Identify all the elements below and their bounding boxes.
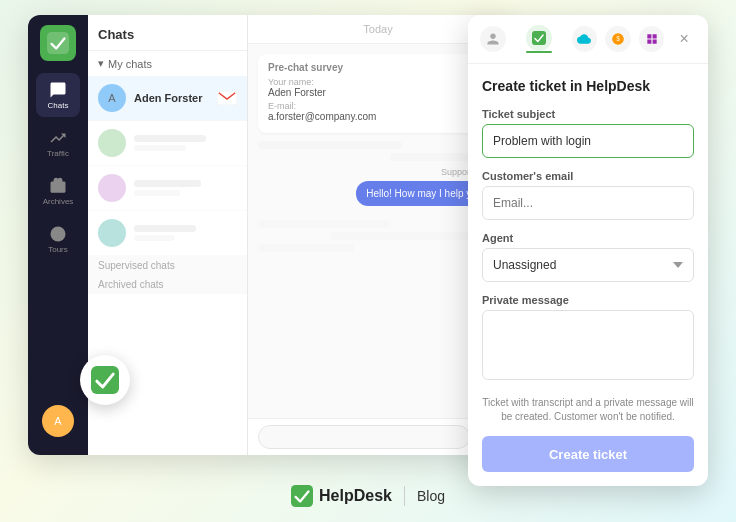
ticket-panel-title: Create ticket in HelpDesk <box>482 78 694 94</box>
my-chats-label: ▾ My chats <box>88 51 247 76</box>
email-label-prechat: E-mail: <box>268 101 488 111</box>
grid-icon-btn[interactable] <box>639 26 665 52</box>
sidebar-item-tours[interactable]: Tours <box>36 217 80 261</box>
archived-chats-label: Archived chats <box>88 275 247 294</box>
ticket-subject-label: Ticket subject <box>482 108 694 120</box>
private-message-textarea[interactable] <box>482 310 694 380</box>
svg-text:$: $ <box>616 35 620 42</box>
helpdesk-icon-btn[interactable] <box>526 25 552 51</box>
agent-group: Agent Unassigned <box>482 232 694 282</box>
chat-item-4[interactable] <box>88 211 247 256</box>
sidebar: Chats Traffic Archives Tours A <box>28 15 88 455</box>
your-name-label: Your name: <box>268 77 488 87</box>
your-name-value: Aden Forster <box>268 87 488 98</box>
chat-item-aden[interactable]: A Aden Forster <box>88 76 247 121</box>
chat-avatar-aden: A <box>98 84 126 112</box>
chat-input[interactable] <box>258 425 470 449</box>
chat-avatar-3 <box>98 174 126 202</box>
helpdesk-logo-icon <box>291 485 313 507</box>
form-hint: Ticket with transcript and a private mes… <box>482 396 694 424</box>
sidebar-item-traffic[interactable]: Traffic <box>36 121 80 165</box>
ticket-subject-input[interactable] <box>482 124 694 158</box>
chat-item-2[interactable] <box>88 121 247 166</box>
bottom-bar-divider <box>404 486 405 506</box>
coin-icon-btn[interactable]: $ <box>605 26 631 52</box>
pre-chat-survey: Pre-chat survey Your name: Aden Forster … <box>258 54 498 133</box>
cloud-icon-btn[interactable] <box>572 26 598 52</box>
ticket-panel: $ × Create ticket in HelpDesk Ticket sub… <box>468 15 708 486</box>
user-avatar-sidebar[interactable]: A <box>42 405 74 437</box>
blog-link[interactable]: Blog <box>417 488 445 504</box>
chat-list-title: Chats <box>88 15 247 51</box>
sidebar-item-archives[interactable]: Archives <box>36 169 80 213</box>
customer-email-group: Customer's email <box>482 170 694 220</box>
chat-item-3[interactable] <box>88 166 247 211</box>
private-message-group: Private message <box>482 294 694 384</box>
svg-rect-3 <box>91 366 119 394</box>
chat-avatar-2 <box>98 129 126 157</box>
private-message-label: Private message <box>482 294 694 306</box>
svg-rect-0 <box>47 32 69 54</box>
support-agent-label: Support Agent <box>258 167 498 177</box>
svg-rect-4 <box>532 31 546 45</box>
active-tab-indicator <box>526 51 552 53</box>
pre-chat-survey-label: Pre-chat survey <box>268 62 488 73</box>
ticket-form: Create ticket in HelpDesk Ticket subject… <box>468 64 708 486</box>
person-icon-btn[interactable] <box>480 26 506 52</box>
email-value-prechat: a.forster@company.com <box>268 111 488 122</box>
svg-rect-7 <box>291 485 313 507</box>
helpdesk-sidebar-logo[interactable] <box>40 25 76 61</box>
ticket-subject-group: Ticket subject <box>482 108 694 158</box>
agent-label: Agent <box>482 232 694 244</box>
helpdesk-logo-bottom[interactable]: HelpDesk <box>291 485 392 507</box>
chat-avatar-4 <box>98 219 126 247</box>
svg-point-1 <box>51 226 66 241</box>
sidebar-item-chats[interactable]: Chats <box>36 73 80 117</box>
create-ticket-button[interactable]: Create ticket <box>482 436 694 472</box>
agent-select[interactable]: Unassigned <box>482 248 694 282</box>
customer-email-input[interactable] <box>482 186 694 220</box>
ticket-panel-topbar: $ × <box>468 15 708 64</box>
bottom-bar: HelpDesk Blog <box>291 485 445 507</box>
customer-email-label: Customer's email <box>482 170 694 182</box>
close-button[interactable]: × <box>672 27 696 51</box>
supervised-chats-label: Supervised chats <box>88 256 247 275</box>
helpdesk-logo-overlay[interactable] <box>80 355 130 405</box>
gmail-icon <box>217 91 237 105</box>
